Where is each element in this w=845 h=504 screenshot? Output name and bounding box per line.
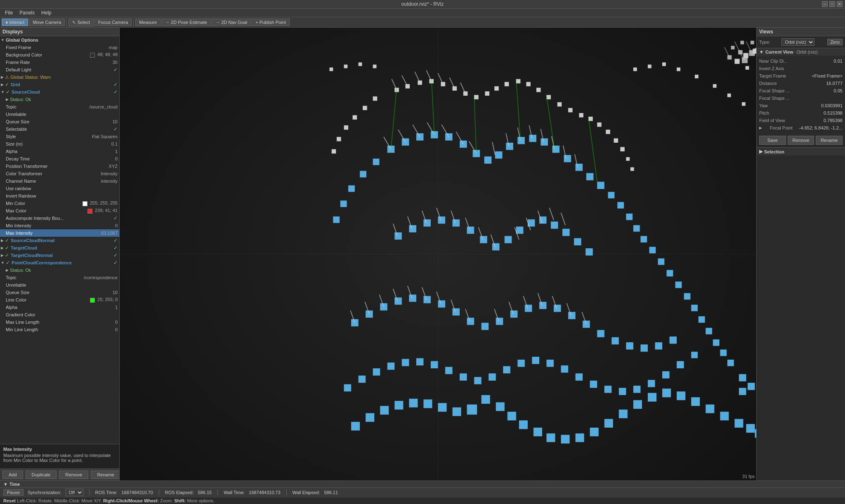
sc-qsize-row[interactable]: Queue Size 10: [0, 118, 119, 125]
sc-pos-transformer-row[interactable]: Position Transformer XYZ: [0, 163, 119, 170]
pcc-min-line-label: Min Line Length: [6, 327, 115, 332]
menu-help[interactable]: Help: [38, 9, 55, 16]
tool-interact[interactable]: ● Interact: [2, 19, 28, 26]
remove-button[interactable]: Remove: [59, 471, 88, 479]
fov-value: 0.785398: [824, 118, 843, 123]
tool-2d-pose-estimate[interactable]: → 2D Pose Estimate: [161, 19, 211, 26]
sc-max-color-row[interactable]: Max Color 239; 41; 41: [0, 207, 119, 214]
pause-button[interactable]: Pause: [3, 489, 24, 496]
save-view-button[interactable]: Save: [759, 136, 786, 145]
pcc-topic-row[interactable]: Topic /correspondence: [0, 274, 119, 281]
svg-rect-22: [373, 97, 378, 101]
window-controls[interactable]: ─ □ ✕: [822, 1, 843, 7]
sc-alpha-row[interactable]: Alpha 1: [0, 148, 119, 155]
sc-selectable-row[interactable]: Selectable ✓: [0, 125, 119, 133]
close-button[interactable]: ✕: [837, 1, 843, 7]
type-select[interactable]: Orbit (rviz): [781, 38, 814, 46]
tool-select[interactable]: ↖ Select: [68, 19, 94, 26]
displays-title: Displays: [2, 29, 23, 35]
fixed-frame-row[interactable]: Fixed Frame map: [0, 44, 119, 51]
sc-use-rainbow-row[interactable]: Use rainbow: [0, 185, 119, 192]
svg-rect-62: [541, 138, 548, 146]
current-view-header[interactable]: ▼ Current View Orbit (rviz): [757, 48, 845, 56]
zero-button[interactable]: Zero: [827, 39, 843, 45]
rename-button[interactable]: Rename: [91, 471, 120, 479]
selection-header[interactable]: ▶ Selection: [757, 147, 845, 155]
tool-measure[interactable]: Measure: [135, 19, 161, 26]
frame-rate-label: Frame Rate: [6, 60, 113, 65]
focal-shape2-label: Focal Shape ...: [759, 96, 790, 101]
svg-rect-49: [746, 66, 749, 70]
svg-rect-97: [675, 282, 682, 288]
sc-invert-rainbow-row[interactable]: Invert Rainbow: [0, 192, 119, 200]
svg-rect-46: [734, 59, 739, 64]
sc-autocompute-label: Autocompute Intensity Bou...: [6, 216, 113, 221]
svg-rect-65: [576, 164, 583, 171]
pcc-status-label: Status: Ok: [10, 268, 118, 273]
source-cloud-row[interactable]: ▼ ✓ SourceCloud ✓: [0, 88, 119, 96]
target-cloud-normal-row[interactable]: ▶ ✓ TargetCloudNormal ✓: [0, 252, 119, 259]
tool-move-camera[interactable]: Move Camera: [29, 19, 65, 26]
tool-publish-point[interactable]: + Publish Point: [252, 19, 290, 26]
sc-size-label: Size (m): [6, 141, 111, 146]
sc-qsize-value: 10: [113, 119, 118, 124]
svg-rect-165: [590, 428, 599, 436]
minimize-button[interactable]: ─: [822, 1, 828, 7]
frame-rate-row[interactable]: Frame Rate 30: [0, 59, 119, 66]
duplicate-button[interactable]: Duplicate: [26, 471, 57, 479]
sc-min-intensity-row[interactable]: Min Intensity 0: [0, 222, 119, 229]
sc-status-label: Status: Ok: [10, 97, 118, 102]
sc-min-color-row[interactable]: Min Color 255; 255; 255: [0, 200, 119, 207]
sc-topic-row[interactable]: Topic /source_cloud: [0, 103, 119, 111]
pcc-status-row[interactable]: ▶ Status: Ok: [0, 266, 119, 274]
source-cloud-normal-row[interactable]: ▶ ✓ SourceCloudNormal ✓: [0, 237, 119, 244]
svg-rect-176: [746, 424, 755, 433]
sync-select[interactable]: Off: [66, 489, 83, 496]
sc-max-intensity-row[interactable]: Max Intensity 63.1067: [0, 229, 119, 237]
sc-unreliable-row[interactable]: Unreliable: [0, 111, 119, 118]
default-light-row[interactable]: Default Light ✓: [0, 66, 119, 73]
svg-rect-137: [474, 377, 482, 384]
tool-focus-camera[interactable]: Focus Camera: [94, 19, 132, 26]
sc-autocompute-row[interactable]: Autocompute Intensity Bou... ✓: [0, 214, 119, 222]
pcc-max-line-row[interactable]: Max Line Length 0: [0, 318, 119, 326]
3d-view[interactable]: 31 fps: [120, 28, 756, 480]
pcc-min-line-row[interactable]: Min Line Length 0: [0, 326, 119, 333]
global-status-row[interactable]: ▶ ⚠ Global Status: Warn: [0, 73, 119, 81]
menubar: File Panels Help: [0, 9, 845, 17]
target-cloud-row[interactable]: ▶ ✓ TargetCloud ✓: [0, 244, 119, 252]
pcc-qsize-row[interactable]: Queue Size 10: [0, 289, 119, 296]
displays-content[interactable]: ▼ Global Options Fixed Frame map Backgro…: [0, 36, 119, 444]
remove-view-button[interactable]: Remove: [788, 136, 814, 145]
svg-rect-96: [667, 270, 673, 277]
pcc-line-color-label: Line Color: [6, 297, 90, 302]
pcc-line-color-row[interactable]: Line Color 25; 255; 0: [0, 296, 119, 304]
sc-pos-transformer-value: XYZ: [109, 164, 118, 169]
sc-style-row[interactable]: Style Flat Squares: [0, 133, 119, 140]
add-button[interactable]: Add: [2, 471, 23, 479]
sc-channel-name-row[interactable]: Channel Name intensity: [0, 177, 119, 185]
sc-status-arrow: ▶: [6, 97, 9, 101]
menu-panels[interactable]: Panels: [16, 9, 38, 16]
toolbar-sep-1: [66, 18, 67, 26]
svg-rect-33: [630, 167, 634, 171]
sc-decay-row[interactable]: Decay Time 0: [0, 155, 119, 163]
background-color-row[interactable]: Background Color 48; 48; 48: [0, 51, 119, 59]
maximize-button[interactable]: □: [829, 1, 835, 7]
pcc-alpha-row[interactable]: Alpha 1: [0, 304, 119, 311]
grid-row[interactable]: ▶ ✓ Grid ✓: [0, 81, 119, 88]
tool-2d-nav-goal[interactable]: → 2D Nav Goal: [212, 19, 251, 26]
global-options-row[interactable]: ▼ Global Options: [0, 36, 119, 44]
svg-rect-52: [416, 133, 424, 141]
source-cloud-status-row[interactable]: ▶ Status: Ok: [0, 96, 119, 103]
menu-file[interactable]: File: [2, 9, 16, 16]
sc-size-row[interactable]: Size (m) 0.1: [0, 140, 119, 148]
sc-color-transformer-row[interactable]: Color Transformer Intensity: [0, 170, 119, 177]
sc-max-intensity-value: 63.1067: [101, 231, 118, 236]
pcc-row[interactable]: ▼ ✓ PointCloudCorrespondence ✓: [0, 259, 119, 266]
sc-size-value: 0.1: [111, 141, 118, 146]
pcc-unreliable-row[interactable]: Unreliable: [0, 281, 119, 289]
svg-rect-148: [633, 386, 641, 393]
rename-view-button[interactable]: Rename: [816, 136, 843, 145]
pcc-gradient-row[interactable]: Gradient Color: [0, 311, 119, 318]
